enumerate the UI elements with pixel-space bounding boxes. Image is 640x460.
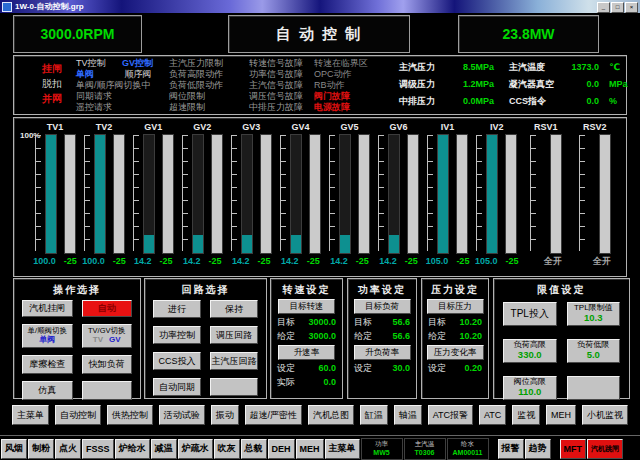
mft-button[interactable]: MFT xyxy=(560,439,587,459)
nav-button[interactable]: 小机监视 xyxy=(582,405,628,425)
nav-button[interactable]: 超速/严密性 xyxy=(245,405,303,425)
nav-button[interactable]: ATC报警 xyxy=(428,405,473,425)
load-rate-button[interactable]: 升负荷率 xyxy=(354,345,411,360)
measure-unit: ℃ xyxy=(609,59,620,76)
maximize-button[interactable]: □ xyxy=(611,2,624,13)
taskbar-button[interactable]: FSSS xyxy=(82,439,114,459)
valve-position-fill xyxy=(389,235,399,253)
nav-button[interactable]: 自动控制 xyxy=(55,405,101,425)
valve-bars xyxy=(231,134,272,252)
limit-button[interactable]: TPL限制值10.3 xyxy=(567,302,621,326)
target-speed-button[interactable]: 目标转速 xyxy=(278,299,335,314)
valve-bars xyxy=(530,134,562,252)
limit-button[interactable]: TPL投入 xyxy=(503,302,557,326)
speed-display-box: 3000.0RPM xyxy=(13,15,142,53)
valve-group: GV514.2-25 xyxy=(326,121,372,273)
limit-button[interactable]: 阀位高限110.0 xyxy=(503,376,557,400)
power-value: 23.8MW xyxy=(502,26,554,42)
valve-values: 全开 xyxy=(579,256,611,267)
loop-button[interactable]: 主汽压回路 xyxy=(210,352,258,370)
loop-button[interactable]: 自动同期 xyxy=(153,378,201,396)
valve-position-fill xyxy=(95,135,105,253)
pressure-label: 中排压力 xyxy=(399,93,451,110)
nav-button[interactable]: ATC xyxy=(479,405,506,425)
operation-button[interactable]: 摩擦检查 xyxy=(22,355,73,374)
nav-button[interactable]: 监视 xyxy=(512,405,540,425)
nav-button[interactable]: 汽机总图 xyxy=(308,405,354,425)
nav-button[interactable]: 轴温 xyxy=(394,405,422,425)
valve-state-bar xyxy=(550,134,562,254)
valve-name: IV1 xyxy=(441,121,455,133)
valve-bars xyxy=(329,134,370,252)
loop-button[interactable]: CCS投入 xyxy=(153,352,201,370)
valve-bars xyxy=(133,134,174,252)
nav-button[interactable]: 供热控制 xyxy=(107,405,153,425)
taskbar-button[interactable]: 主菜单 xyxy=(325,439,360,459)
valve-values: 全开 xyxy=(530,256,562,267)
loop-button[interactable]: 功率控制 xyxy=(153,326,201,344)
loop-button[interactable]: 调压回路 xyxy=(210,326,258,344)
speed-rate-button[interactable]: 升速率 xyxy=(278,345,335,360)
pressure-value: 1.2MPa xyxy=(463,76,494,93)
target-pressure-button[interactable]: 目标压力 xyxy=(427,299,484,314)
valve-position-value: 14.2 xyxy=(232,256,250,267)
speed-panel-title: 转速设定 xyxy=(283,283,331,296)
loop-button[interactable]: 保持 xyxy=(210,300,258,318)
valve-position-fill xyxy=(193,235,203,253)
rate-actual-value: 0.0 xyxy=(323,377,336,388)
operation-button[interactable]: 仿真 xyxy=(22,381,73,400)
taskbar-button[interactable]: 风烟 xyxy=(1,439,27,459)
loop-select-panel: 回路选择 进行保持功率控制调压回路CCS投入主汽压回路自动同期 xyxy=(144,278,267,399)
valve-bars xyxy=(579,134,611,252)
taskbar-button[interactable]: 炉疏水 xyxy=(178,439,213,459)
nav-button[interactable]: 缸温 xyxy=(360,405,388,425)
limit-button[interactable]: 负荷高限330.0 xyxy=(503,339,557,363)
measure-readout: 凝汽器真空0.0MPa xyxy=(509,76,628,93)
taskbar-button[interactable]: 炉给水 xyxy=(115,439,150,459)
nav-button[interactable]: MEH xyxy=(546,405,576,425)
page-nav-row: 主菜单自动控制供热控制活动试验振动超速/严密性汽机总图缸温轴温ATC报警ATC监… xyxy=(12,405,628,427)
operation-button[interactable]: 快卸负荷 xyxy=(82,355,133,374)
power-panel-title: 功率设定 xyxy=(358,283,406,296)
nav-button[interactable]: 主菜单 xyxy=(12,405,49,425)
target-load-button[interactable]: 目标负荷 xyxy=(354,299,411,314)
trend-button[interactable]: 趋势 xyxy=(525,439,551,459)
valve-values: 14.2-25 xyxy=(134,256,173,267)
speed-target-label: 目标 xyxy=(277,317,295,328)
operation-button[interactable]: 汽机挂闸 xyxy=(22,300,73,317)
nav-button[interactable]: 振动 xyxy=(211,405,239,425)
system-taskbar: 风烟制粉点火FSSS炉给水减温炉疏水吹灰总貌DEHMEH主菜单功率MW5主汽温T… xyxy=(0,435,640,460)
taskbar-button[interactable]: DEH xyxy=(268,439,295,459)
taskbar-button[interactable]: 点火 xyxy=(55,439,81,459)
close-button[interactable]: × xyxy=(625,2,638,13)
pressure-label: 调级压力 xyxy=(399,76,451,93)
limit-button[interactable]: 负荷低限5.0 xyxy=(567,339,621,363)
turbine-trip-button[interactable]: 汽机跳闸 xyxy=(587,439,623,459)
operation-button[interactable]: 自动 xyxy=(82,300,133,317)
measure-unit: MPa xyxy=(609,76,628,93)
valve-bars xyxy=(182,134,223,252)
valve-scale xyxy=(182,135,188,251)
taskbar-button[interactable]: 制粉 xyxy=(28,439,54,459)
valve-values: 14.2-25 xyxy=(183,256,222,267)
pressure-readouts-column: 主汽压力8.5MPa调级压力1.2MPa中排压力0.0MPa xyxy=(399,59,494,110)
taskbar-button[interactable]: 总貌 xyxy=(241,439,267,459)
pressure-rate-button[interactable]: 压力变化率 xyxy=(427,345,484,360)
valve-values: 14.2-25 xyxy=(281,256,320,267)
remote-request-label: 遥控请求 xyxy=(76,102,153,113)
taskbar-button[interactable]: 吹灰 xyxy=(214,439,240,459)
taskbar-button[interactable]: MEH xyxy=(296,439,324,459)
taskbar-status-value: AM00011 xyxy=(453,448,483,457)
valve-demand-bar xyxy=(505,134,517,254)
power-setting-panel: 功率设定 目标负荷 目标56.6 给定56.6 升负荷率 设定30.0 xyxy=(347,278,417,399)
alarm-button[interactable]: 报警 xyxy=(498,439,524,459)
operation-button[interactable]: 单/顺阀切换单阀 xyxy=(22,324,73,348)
minimize-button[interactable]: _ xyxy=(597,2,610,13)
nav-button[interactable]: 活动试验 xyxy=(159,405,205,425)
measure-value: 0.0 xyxy=(565,93,599,110)
load-rate-set-value: 30.0 xyxy=(392,363,410,374)
operation-button[interactable]: TV/GV切换TVGV xyxy=(82,324,133,348)
loop-button[interactable]: 进行 xyxy=(153,300,201,318)
taskbar-button[interactable]: 减温 xyxy=(151,439,177,459)
valve-demand-value: -25 xyxy=(159,256,172,267)
